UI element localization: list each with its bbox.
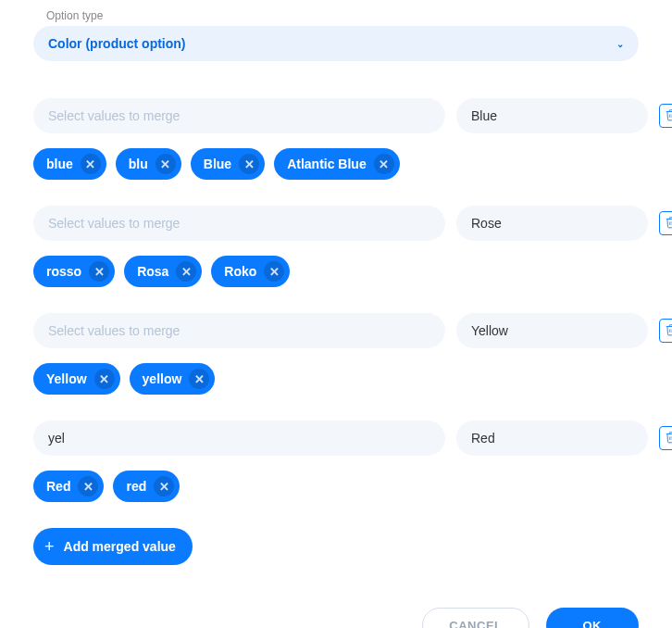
value-chip: Rosa✕ (124, 256, 202, 287)
chip-remove-icon[interactable]: ✕ (176, 261, 196, 282)
merge-values-input[interactable] (33, 313, 445, 348)
merged-name-input[interactable] (456, 206, 648, 241)
value-chip: Blue✕ (191, 148, 265, 180)
chip-label: Yellow (46, 371, 87, 386)
trash-icon (665, 108, 672, 124)
option-type-select[interactable]: Color (product option) ⌄ (33, 26, 639, 61)
chip-remove-icon[interactable]: ✕ (156, 154, 176, 174)
chip-row: Yellow✕yellow✕ (33, 363, 639, 395)
chip-label: red (126, 479, 146, 494)
chip-remove-icon[interactable]: ✕ (374, 154, 394, 174)
chip-label: Atlantic Blue (287, 157, 367, 171)
chip-label: Rosa (137, 264, 168, 279)
chip-remove-icon[interactable]: ✕ (94, 369, 115, 389)
chip-label: rosso (46, 264, 81, 279)
merge-values-input[interactable] (33, 206, 445, 241)
chip-row: Red✕red✕ (33, 471, 639, 502)
chip-label: blue (46, 157, 73, 171)
merge-group-row (33, 421, 639, 456)
merged-name-input[interactable] (456, 421, 648, 456)
trash-icon (665, 216, 672, 232)
delete-group-button[interactable] (659, 104, 672, 128)
merge-values-input[interactable] (33, 421, 445, 456)
trash-icon (665, 323, 672, 339)
value-chip: Roko✕ (211, 256, 290, 287)
chip-label: Red (46, 479, 70, 494)
merge-group-row (33, 98, 639, 133)
delete-group-button[interactable] (659, 319, 672, 343)
value-chip: rosso✕ (33, 256, 115, 287)
merge-group-row (33, 313, 639, 348)
value-chip: red✕ (113, 471, 180, 502)
merged-name-input[interactable] (456, 98, 648, 133)
delete-group-button[interactable] (659, 211, 672, 235)
chip-remove-icon[interactable]: ✕ (154, 476, 174, 496)
merged-name-input[interactable] (456, 313, 648, 348)
value-chip: yellow✕ (130, 363, 216, 395)
value-chip: blue✕ (33, 148, 106, 180)
chevron-down-icon: ⌄ (616, 39, 624, 49)
chip-label: Roko (224, 264, 256, 279)
add-merged-value-button[interactable]: + Add merged value (33, 528, 193, 565)
chip-row: rosso✕Rosa✕Roko✕ (33, 256, 639, 287)
value-chip: Red✕ (33, 471, 104, 502)
merge-group: Yellow✕yellow✕ (33, 313, 639, 395)
option-type-label: Option type (46, 9, 639, 22)
chip-label: Blue (204, 157, 231, 171)
merge-group: blue✕blu✕Blue✕Atlantic Blue✕ (33, 98, 639, 180)
chip-remove-icon[interactable]: ✕ (78, 476, 98, 496)
merge-group: Red✕red✕ (33, 421, 639, 502)
chip-row: blue✕blu✕Blue✕Atlantic Blue✕ (33, 148, 639, 180)
chip-label: blu (129, 157, 148, 171)
trash-icon (665, 431, 672, 446)
value-chip: blu✕ (116, 148, 181, 180)
chip-label: yellow (143, 371, 182, 386)
ok-button[interactable]: OK (546, 608, 640, 628)
value-chip: Atlantic Blue✕ (274, 148, 400, 180)
option-type-value: Color (product option) (48, 36, 186, 51)
chip-remove-icon[interactable]: ✕ (189, 369, 209, 389)
merge-values-input[interactable] (33, 98, 445, 133)
chip-remove-icon[interactable]: ✕ (81, 154, 101, 174)
value-chip: Yellow✕ (33, 363, 120, 395)
chip-remove-icon[interactable]: ✕ (264, 261, 284, 282)
add-button-label: Add merged value (64, 539, 176, 554)
merge-group: rosso✕Rosa✕Roko✕ (33, 206, 639, 287)
merge-group-row (33, 206, 639, 241)
dialog-footer: CANCEL OK (33, 608, 639, 628)
chip-remove-icon[interactable]: ✕ (89, 261, 109, 282)
chip-remove-icon[interactable]: ✕ (239, 154, 259, 174)
delete-group-button[interactable] (659, 426, 672, 450)
plus-icon: + (44, 538, 55, 555)
cancel-button[interactable]: CANCEL (422, 608, 529, 628)
